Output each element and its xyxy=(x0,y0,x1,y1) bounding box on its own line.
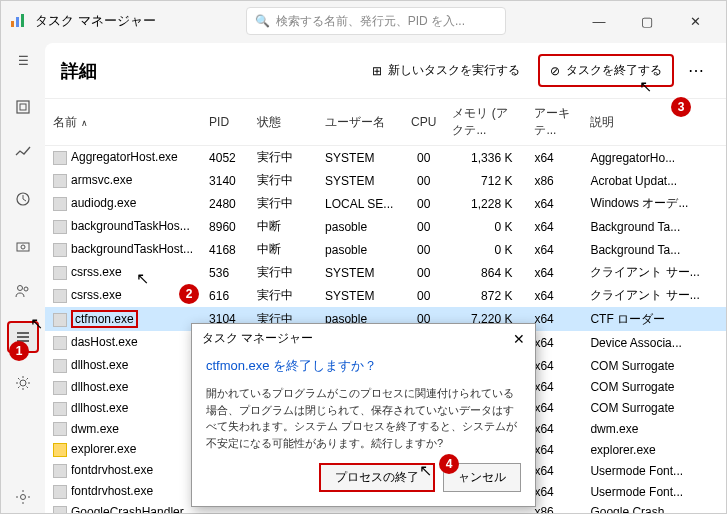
dialog-message: 開かれているプログラムがこのプロセスに関連付けられている場合、プログラムは閉じら… xyxy=(206,385,521,451)
search-icon: 🔍 xyxy=(255,14,270,28)
new-task-button[interactable]: ⊞ 新しいタスクを実行する xyxy=(362,56,530,85)
processes-icon[interactable] xyxy=(7,91,39,123)
settings-icon[interactable] xyxy=(7,481,39,513)
svg-rect-0 xyxy=(11,21,14,27)
svg-point-8 xyxy=(18,286,23,291)
startup-icon[interactable] xyxy=(7,229,39,261)
search-input[interactable]: 🔍 検索する名前、発行元、PID を入... xyxy=(246,7,506,35)
col-user[interactable]: ユーザー名 xyxy=(317,99,403,146)
services-icon[interactable] xyxy=(7,367,39,399)
users-icon[interactable] xyxy=(7,275,39,307)
page-title: 詳細 xyxy=(61,59,97,83)
sidebar: ☰ xyxy=(1,41,45,513)
end-task-button[interactable]: ⊘ タスクを終了する xyxy=(538,54,674,87)
table-row[interactable]: backgroundTaskHost...4168中断pasoble000 Kx… xyxy=(45,238,726,261)
annotation-badge-1: 1 xyxy=(9,341,29,361)
svg-point-14 xyxy=(21,495,26,500)
dialog-question: ctfmon.exe を終了しますか？ xyxy=(206,357,521,375)
svg-rect-4 xyxy=(20,104,26,110)
search-placeholder: 検索する名前、発行元、PID を入... xyxy=(276,13,465,30)
col-mem[interactable]: メモリ (アクテ... xyxy=(444,99,526,146)
svg-rect-2 xyxy=(21,14,24,27)
col-desc[interactable]: 説明 xyxy=(582,99,726,146)
dialog-title: タスク マネージャー xyxy=(202,330,313,347)
history-icon[interactable] xyxy=(7,183,39,215)
col-cpu[interactable]: CPU xyxy=(403,99,444,146)
dialog-close-button[interactable]: ✕ xyxy=(513,331,525,347)
table-header-row: 名前∧ PID 状態 ユーザー名 CPU メモリ (アクテ... アーキテ...… xyxy=(45,99,726,146)
svg-rect-6 xyxy=(17,243,29,251)
sort-asc-icon: ∧ xyxy=(81,118,88,128)
end-process-button[interactable]: プロセスの終了 xyxy=(319,463,435,492)
col-pid[interactable]: PID xyxy=(201,99,249,146)
app-title: タスク マネージャー xyxy=(35,12,156,30)
close-button[interactable]: ✕ xyxy=(680,6,710,36)
app-icon xyxy=(9,12,27,30)
col-status[interactable]: 状態 xyxy=(249,99,317,146)
svg-rect-3 xyxy=(17,101,29,113)
annotation-badge-2: 2 xyxy=(179,284,199,304)
minimize-button[interactable]: — xyxy=(584,6,614,36)
page-header: 詳細 ⊞ 新しいタスクを実行する ⊘ タスクを終了する ⋯ xyxy=(45,43,726,99)
hamburger-icon[interactable]: ☰ xyxy=(7,45,39,77)
annotation-badge-4: 4 xyxy=(439,454,459,474)
cursor-icon: ↖ xyxy=(136,269,149,288)
annotation-badge-3: 3 xyxy=(671,97,691,117)
cursor-icon: ↖ xyxy=(30,314,43,333)
table-row[interactable]: armsvc.exe3140実行中SYSTEM00712 Kx86Acrobat… xyxy=(45,169,726,192)
plus-icon: ⊞ xyxy=(372,64,382,78)
svg-rect-1 xyxy=(16,17,19,27)
performance-icon[interactable] xyxy=(7,137,39,169)
col-name[interactable]: 名前∧ xyxy=(45,99,201,146)
svg-point-9 xyxy=(24,287,28,291)
col-arch[interactable]: アーキテ... xyxy=(526,99,582,146)
cursor-icon: ↖ xyxy=(639,77,652,96)
table-row[interactable]: backgroundTaskHos...8960中断pasoble000 Kx6… xyxy=(45,215,726,238)
table-row[interactable]: audiodg.exe2480実行中LOCAL SE...001,228 Kx6… xyxy=(45,192,726,215)
confirm-dialog: タスク マネージャー ✕ ctfmon.exe を終了しますか？ 開かれているプ… xyxy=(191,323,536,507)
cursor-icon: ↖ xyxy=(419,461,432,480)
svg-point-7 xyxy=(21,245,25,249)
table-row[interactable]: AggregatorHost.exe4052実行中SYSTEM001,336 K… xyxy=(45,146,726,170)
stop-icon: ⊘ xyxy=(550,64,560,78)
more-button[interactable]: ⋯ xyxy=(682,61,710,80)
titlebar: タスク マネージャー 🔍 検索する名前、発行元、PID を入... — ▢ ✕ xyxy=(1,1,726,41)
svg-point-13 xyxy=(20,380,26,386)
maximize-button[interactable]: ▢ xyxy=(632,6,662,36)
